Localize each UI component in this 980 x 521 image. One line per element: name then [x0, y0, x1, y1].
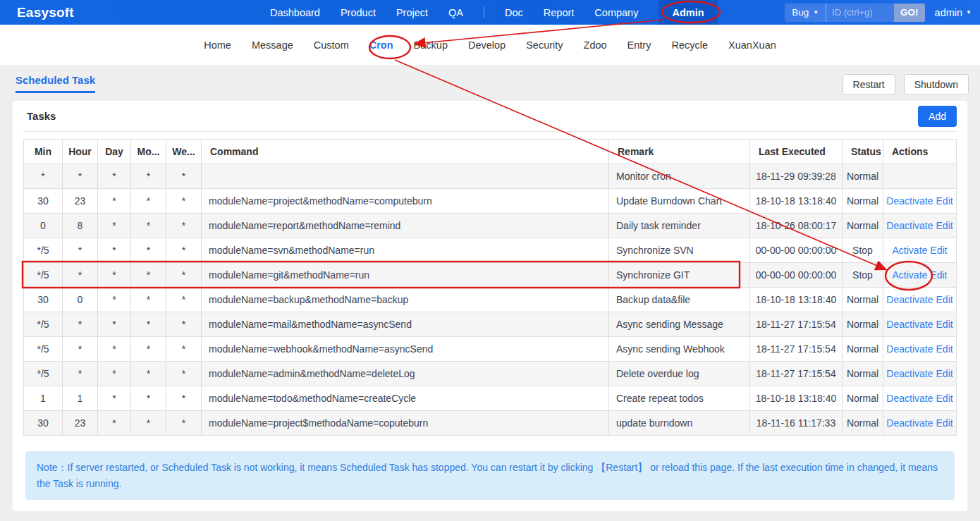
cell-min: 30: [24, 288, 63, 312]
column-header-month[interactable]: Mo...: [131, 140, 166, 164]
cell-min: */5: [24, 337, 63, 362]
page-tab-row: Scheduled Task Restart Shutdown: [0, 65, 980, 101]
cell-week: *: [166, 189, 202, 214]
subnav-item[interactable]: Cron: [369, 39, 393, 51]
cell-status: Normal: [843, 411, 883, 436]
edit-link[interactable]: Edit: [936, 220, 953, 231]
column-header-min[interactable]: Min: [24, 140, 63, 164]
cell-actions: DeactivateEdit: [883, 362, 957, 386]
cell-min: */5: [24, 362, 63, 386]
cell-status: Stop: [843, 263, 883, 288]
note-box: Note：If server restarted, or Scheduled T…: [25, 451, 955, 500]
search-bar: Bug ▼ GO!: [785, 4, 924, 22]
toggle-active-link[interactable]: Deactivate: [886, 319, 933, 330]
cell-remark: Async sending Message: [609, 312, 750, 337]
toggle-active-link[interactable]: Deactivate: [886, 417, 933, 429]
cell-day: *: [98, 238, 131, 263]
search-module-dropdown[interactable]: Bug ▼: [785, 4, 826, 22]
cell-command: moduleName=webhook&methodName=asyncSend: [202, 337, 609, 362]
cell-status: Normal: [843, 288, 883, 312]
toggle-active-link[interactable]: Activate: [893, 269, 928, 281]
column-header-last-executed[interactable]: Last Executed: [750, 140, 843, 164]
cell-day: *: [98, 214, 131, 238]
cell-hour: 1: [63, 386, 98, 411]
top-nav-item[interactable]: Doc: [505, 0, 523, 25]
cell-min: 30: [24, 189, 63, 214]
toggle-active-link[interactable]: Deactivate: [886, 393, 933, 404]
admin-subnav: HomeMessageCustomCronBackupDevelopSecuri…: [0, 25, 980, 65]
cell-week: *: [166, 312, 202, 337]
column-header-week[interactable]: We...: [166, 140, 202, 164]
table-row: */5 * * * * moduleName=git&methodName=ru…: [24, 263, 957, 288]
cell-month: *: [131, 337, 166, 362]
subnav-item[interactable]: Backup: [414, 39, 448, 51]
column-header-day[interactable]: Day: [98, 140, 131, 164]
subnav-item[interactable]: Recycle: [671, 39, 708, 51]
column-header-command[interactable]: Command: [202, 140, 609, 164]
column-header-hour[interactable]: Hour: [63, 140, 98, 164]
cell-last-executed: 18-11-27 17:15:54: [750, 362, 843, 386]
cell-min: */5: [24, 238, 63, 263]
tab-scheduled-task[interactable]: Scheduled Task: [16, 74, 95, 93]
restart-button[interactable]: Restart: [843, 74, 895, 95]
cell-actions: [883, 164, 957, 189]
edit-link[interactable]: Edit: [936, 393, 953, 404]
table-row: 1 1 * * * moduleName=todo&methodName=cre…: [24, 386, 957, 411]
app-logo[interactable]: Easysoft: [17, 0, 74, 25]
top-nav-item[interactable]: Admin: [659, 0, 717, 25]
shutdown-button[interactable]: Shutdown: [904, 74, 969, 95]
subnav-item[interactable]: Custom: [314, 39, 349, 51]
edit-link[interactable]: Edit: [930, 245, 947, 256]
subnav-item[interactable]: XuanXuan: [728, 39, 776, 51]
top-nav-item[interactable]: QA: [448, 0, 463, 25]
cell-day: *: [98, 312, 131, 337]
subnav-item[interactable]: Zdoo: [584, 39, 607, 51]
subnav-item[interactable]: Entry: [627, 39, 651, 51]
cell-command: moduleName=git&methodName=run: [202, 263, 609, 288]
cell-hour: *: [63, 362, 98, 386]
edit-link[interactable]: Edit: [936, 319, 953, 330]
edit-link[interactable]: Edit: [936, 368, 953, 379]
top-nav-item[interactable]: Project: [396, 0, 428, 25]
user-menu[interactable]: admin ▼: [935, 7, 972, 18]
edit-link[interactable]: Edit: [936, 195, 953, 207]
subnav-item[interactable]: Develop: [468, 39, 506, 51]
cell-actions: DeactivateEdit: [883, 386, 957, 411]
edit-link[interactable]: Edit: [930, 269, 947, 281]
subnav-item[interactable]: Security: [526, 39, 563, 51]
cell-actions: DeactivateEdit: [883, 337, 957, 362]
cell-day: *: [98, 164, 131, 189]
top-nav-item[interactable]: Dashboard: [270, 0, 320, 25]
cell-month: *: [131, 362, 166, 386]
toggle-active-link[interactable]: Deactivate: [886, 220, 933, 231]
edit-link[interactable]: Edit: [936, 343, 953, 355]
cell-week: *: [166, 263, 202, 288]
edit-link[interactable]: Edit: [936, 417, 953, 429]
toggle-active-link[interactable]: Deactivate: [886, 294, 933, 305]
top-nav-item[interactable]: Report: [544, 0, 575, 25]
topbar-right: Bug ▼ GO! admin ▼: [785, 0, 972, 25]
edit-link[interactable]: Edit: [936, 294, 953, 305]
subnav-item[interactable]: Home: [204, 39, 231, 51]
toggle-active-link[interactable]: Deactivate: [886, 343, 933, 355]
add-button[interactable]: Add: [918, 106, 957, 127]
column-header-status[interactable]: Status: [843, 140, 883, 164]
cell-month: *: [131, 263, 166, 288]
cell-day: *: [98, 362, 131, 386]
cell-day: *: [98, 288, 131, 312]
top-navbar: Easysoft DashboardProductProjectQA DocRe…: [0, 0, 980, 25]
toggle-active-link[interactable]: Deactivate: [886, 368, 933, 379]
cell-last-executed: 18-10-18 13:18:40: [750, 386, 843, 411]
toggle-active-link[interactable]: Deactivate: [886, 195, 933, 207]
cell-week: *: [166, 386, 202, 411]
column-header-remark[interactable]: Remark: [609, 140, 750, 164]
search-input[interactable]: [826, 4, 894, 22]
cell-hour: *: [63, 164, 98, 189]
top-nav-item[interactable]: Company: [594, 0, 638, 25]
search-module-label: Bug: [792, 7, 809, 18]
top-nav-item[interactable]: Product: [341, 0, 376, 25]
subnav-item[interactable]: Message: [252, 39, 293, 51]
column-header-actions[interactable]: Actions: [883, 140, 957, 164]
toggle-active-link[interactable]: Activate: [893, 245, 928, 256]
search-go-button[interactable]: GO!: [894, 4, 925, 22]
